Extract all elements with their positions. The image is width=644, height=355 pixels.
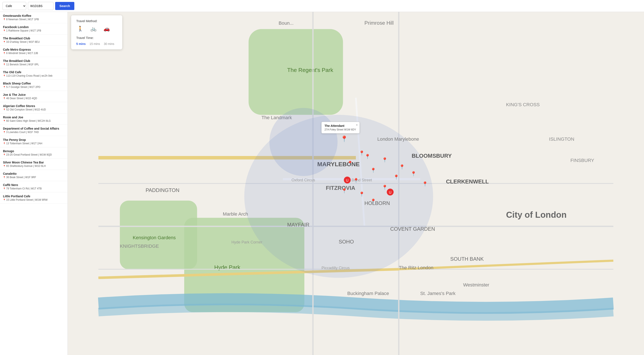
svg-text:FITZROVIA: FITZROVIA [326, 185, 355, 191]
svg-text:SOUTH BANK: SOUTH BANK [450, 256, 484, 262]
place-name: The Old Cafe [3, 70, 64, 74]
place-name: Rosie and Joe [3, 116, 64, 119]
place-address: 11 Berwick Street | W1F 0PL [3, 63, 64, 66]
list-item[interactable]: The Breakfast Club 11 Berwick Street | W… [0, 57, 68, 68]
svg-text:Primrose Hill: Primrose Hill [364, 20, 394, 26]
svg-text:U: U [346, 179, 348, 182]
map-pin[interactable]: 📍 [422, 181, 428, 187]
map-pin[interactable]: 📍 [359, 150, 364, 156]
svg-text:KING'S CROSS: KING'S CROSS [506, 102, 540, 107]
place-address: 1 Rathbone Square | W1T 1FB [3, 29, 64, 32]
svg-text:U: U [389, 190, 392, 194]
list-item[interactable]: Department of Coffee and Social Affairs … [0, 125, 68, 136]
time-30min-button[interactable]: 30 mins [104, 42, 114, 46]
map-svg: The Regent's Park Hyde Park Kensington G… [68, 12, 644, 355]
svg-text:BLOOMSBURY: BLOOMSBURY [412, 153, 452, 159]
svg-text:Westminster: Westminster [463, 282, 490, 288]
place-address: 13 Tottenham Street | W1T 2AH [3, 142, 64, 145]
category-select[interactable]: Cafe Restaurant Bar Shop Hotel [2, 2, 26, 10]
walk-method-button[interactable]: 🚶 [76, 25, 84, 32]
map-pin[interactable]: 📍 [347, 161, 353, 166]
place-name: Algerian Coffee Stores [3, 104, 64, 108]
popup-place-name: The Attendant [324, 124, 356, 127]
map-pin[interactable]: 📍 [370, 168, 376, 173]
map-popup: × The Attendant 27A Foley Street W1W 6DY [321, 122, 360, 133]
map-pin[interactable]: 📍 [382, 185, 388, 190]
svg-text:St. James's Park: St. James's Park [420, 291, 456, 296]
sidebar: Omotesando Koffee 8 Newman Street | W1T … [0, 12, 68, 355]
place-address: 79 Tottenham Ct Rd | W1T 4TB [3, 187, 64, 190]
popup-close-button[interactable]: × [356, 123, 358, 127]
list-item[interactable]: Facebook London 1 Rathbone Square | W1T … [0, 23, 68, 34]
postcode-input[interactable] [28, 2, 54, 10]
travel-method-label: Travel Method: [76, 19, 117, 23]
svg-text:PADDINGTON: PADDINGTON [146, 187, 180, 193]
time-15min-button[interactable]: 15 mins [90, 42, 100, 46]
svg-text:SOHO: SOHO [338, 239, 354, 245]
place-name: Department of Coffee and Social Affairs [3, 127, 64, 130]
list-item[interactable]: Black Sheep Coffee 5-7 Goodge Street | W… [0, 80, 68, 91]
place-address: 65 Shaftesbury Avenue | W1D 6LH [3, 165, 64, 167]
svg-text:HOLBORN: HOLBORN [364, 200, 390, 206]
map-pin[interactable]: 📍 [353, 178, 359, 183]
list-item[interactable]: Cafe Metro Express 6 Windmill Street | W… [0, 46, 68, 57]
place-address: 5-7 Goodge Street | W1T 2PD [3, 85, 64, 88]
place-address: 36 Beak Street | W1F 9RF [3, 176, 64, 179]
svg-text:City of London: City of London [506, 210, 566, 220]
place-name: Benugo [3, 149, 64, 153]
topbar: Cafe Restaurant Bar Shop Hotel Search [0, 0, 644, 12]
place-address: 33 D'arblay Street | W1F 8EU [3, 40, 64, 43]
travel-panel: Travel Method: 🚶 🚲 🚗 Travel Time: 5 mins… [71, 15, 122, 49]
list-item[interactable]: Little Portland Cafe 15 Little Portland … [0, 192, 68, 204]
map-pin[interactable]: 📍 [340, 135, 348, 142]
search-button[interactable]: Search [55, 2, 74, 10]
svg-text:Boun...: Boun... [278, 20, 294, 26]
place-name: Black Sheep Coffee [3, 82, 64, 85]
svg-text:Marble Arch: Marble Arch [223, 211, 248, 217]
list-item[interactable]: Canaletto 36 Beak Street | W1F 9RF [0, 170, 68, 181]
svg-text:Oxford Circus: Oxford Circus [292, 178, 315, 182]
car-method-button[interactable]: 🚗 [103, 25, 111, 32]
list-item[interactable]: The Breakfast Club 33 D'arblay Street | … [0, 34, 68, 46]
list-item[interactable]: Caffè Nero 79 Tottenham Ct Rd | W1T 4TB [0, 181, 68, 192]
place-address: 46 Dean Street | W1D 4QD [3, 97, 64, 100]
map-pin[interactable]: 📍 [399, 164, 405, 170]
list-item[interactable]: Silver Moon Chinese Tea Bar 65 Shaftesbu… [0, 159, 68, 170]
map-pin[interactable]: 📍 [393, 175, 399, 180]
list-item[interactable]: Joe & The Juice 46 Dean Street | W1D 4QD [0, 91, 68, 102]
place-name: Joe & The Juice [3, 93, 64, 96]
place-name: The Breakfast Club [3, 37, 64, 40]
list-item[interactable]: The Old Cafe 113-119 Charing Cross Road … [0, 68, 68, 80]
svg-text:ISLINGTON: ISLINGTON [549, 136, 574, 142]
map-pin[interactable]: 📍 [382, 157, 388, 163]
svg-text:Buckingham Palace: Buckingham Palace [347, 291, 389, 296]
svg-text:Piccadilly Circus: Piccadilly Circus [322, 266, 350, 270]
map-pin[interactable]: 📍 [364, 154, 370, 159]
travel-methods: 🚶 🚲 🚗 [76, 25, 117, 32]
svg-text:FINSBURY: FINSBURY [570, 158, 594, 163]
map-pin[interactable]: 📍 [410, 171, 416, 177]
place-name: The Breakfast Club [3, 59, 64, 62]
bike-method-button[interactable]: 🚲 [90, 25, 98, 32]
place-address: 60 Saint Giles High Street | WC2H 8LG [3, 119, 64, 122]
time-5min-button[interactable]: 5 mins [76, 42, 86, 46]
map-pin[interactable]: 📍 [370, 199, 376, 204]
place-name: The Penny Drop [3, 138, 64, 142]
place-address: 15 Little Portland Street | W1W 8RW [3, 198, 64, 201]
list-item[interactable]: Algerian Coffee Stores 52 Old Compton St… [0, 102, 68, 113]
list-item[interactable]: The Penny Drop 13 Tottenham Street | W1T… [0, 136, 68, 147]
place-address: 3 Lowndes Court | W1F 7HD [3, 131, 64, 134]
place-address: 6 Windmill Street | W1T 2JB [3, 52, 64, 55]
svg-text:COVENT GARDEN: COVENT GARDEN [390, 226, 435, 232]
list-item[interactable]: Benugo 23-25 Great Portland Street | W1W… [0, 147, 68, 159]
travel-time-label: Travel Time: [76, 36, 117, 39]
map-container[interactable]: The Regent's Park Hyde Park Kensington G… [68, 12, 644, 355]
map-pin[interactable]: 📍 [342, 188, 347, 194]
map-pin[interactable]: 📍 [359, 192, 364, 197]
list-item[interactable]: Omotesando Koffee 8 Newman Street | W1T … [0, 12, 68, 23]
list-item[interactable]: Rosie and Joe 60 Saint Giles High Street… [0, 113, 68, 125]
place-address: 23-25 Great Portland Street | W1W 8QD [3, 153, 64, 156]
svg-text:The Regent's Park: The Regent's Park [287, 67, 334, 73]
place-name: Facebook London [3, 25, 64, 29]
place-address: 8 Newman Street | W1T 1PB [3, 18, 64, 21]
